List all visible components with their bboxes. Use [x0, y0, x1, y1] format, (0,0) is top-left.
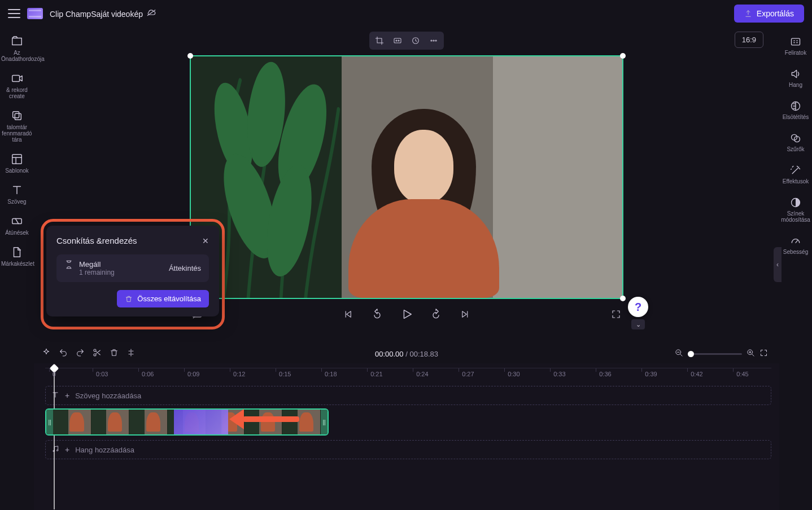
svg-point-9 [396, 40, 397, 41]
rail-library[interactable]: talomtár fennmaradó tára [1, 109, 33, 143]
undo-icon[interactable] [59, 348, 68, 359]
fit-icon[interactable] [390, 34, 405, 47]
pip-icon[interactable] [408, 34, 424, 47]
skip-start-icon[interactable] [340, 307, 355, 322]
rail-brandkit[interactable]: Márkakészlet [1, 246, 33, 267]
rail-effects[interactable]: Effektusok [783, 165, 809, 184]
popup-item[interactable]: Megáll 1 remaining Áttekintés [56, 254, 209, 282]
rail-captions[interactable]: Feliratok [785, 36, 806, 56]
magic-icon[interactable] [42, 348, 51, 359]
popup-title: Csonkítás &rendezés [56, 236, 137, 245]
hourglass-icon [64, 260, 73, 271]
svg-rect-8 [394, 38, 401, 43]
music-icon [51, 445, 59, 455]
text-icon [51, 391, 59, 401]
timeline[interactable]: 0 0:03 0:06 0:09 0:12 0:15 0:18 0:21 0:2… [34, 363, 779, 510]
play-icon[interactable] [399, 307, 414, 322]
svg-rect-4 [12, 155, 22, 164]
rail-text[interactable]: Szöveg [7, 184, 26, 205]
svg-rect-3 [15, 113, 21, 120]
delete-icon[interactable] [110, 348, 119, 359]
split-icon[interactable] [93, 348, 102, 359]
plus-icon: + [65, 445, 69, 454]
zoom-in-icon[interactable] [746, 349, 755, 359]
plus-icon: + [65, 391, 69, 400]
right-rail: Feliratok Hang Elsötétítés Szűrők Effekt… [779, 27, 812, 510]
svg-point-12 [431, 40, 432, 41]
rail-templates[interactable]: Sablonok [5, 153, 29, 174]
preview-toolstrip [369, 32, 444, 50]
svg-point-10 [398, 40, 399, 41]
rail-fade[interactable]: Elsötétítés [783, 100, 809, 120]
redo-icon[interactable] [76, 348, 85, 359]
time-readout: 00:00.00 / 00:18.83 [375, 350, 438, 358]
rail-speed[interactable]: Sebesség [783, 235, 808, 255]
ruler[interactable]: 0 0:03 0:06 0:09 0:12 0:15 0:18 0:21 0:2… [45, 368, 771, 381]
zoom-fit-icon[interactable] [759, 349, 768, 359]
rail-transitions[interactable]: Átúnések [5, 215, 29, 236]
svg-rect-1 [12, 76, 20, 82]
clip-left-handle[interactable]: || [46, 410, 53, 434]
handle-tl[interactable] [187, 53, 193, 59]
zoom-out-icon[interactable] [675, 349, 683, 359]
trim-popup: Csonkítás &rendezés ✕ Megáll 1 remaining… [46, 226, 219, 316]
forward-icon[interactable] [429, 307, 443, 322]
rail-record[interactable]: & rekord create [1, 72, 33, 99]
aspect-button[interactable]: 16:9 [735, 32, 763, 48]
fullscreen-icon[interactable] [609, 307, 623, 322]
preview-canvas[interactable] [190, 55, 623, 299]
svg-rect-2 [13, 112, 19, 118]
svg-point-13 [433, 40, 434, 41]
help-button[interactable]: ? [628, 297, 648, 317]
crop-icon[interactable] [372, 34, 387, 47]
svg-point-32 [56, 450, 58, 451]
menu-icon[interactable] [8, 9, 20, 18]
svg-point-14 [435, 40, 436, 41]
split-at-icon[interactable] [126, 348, 136, 359]
app-name: Clip Champ [50, 10, 91, 19]
cloud-off-icon [146, 9, 156, 19]
audio-lane[interactable]: + Hang hozzáadása [45, 440, 771, 459]
review-link[interactable]: Áttekintés [169, 264, 201, 272]
svg-line-28 [752, 354, 754, 356]
help-chevron-icon[interactable]: ⌄ [631, 319, 645, 329]
timeline-toolbar: 00:00.00 / 00:18.83 [34, 344, 779, 363]
transport-bar: ? ⌄ [190, 307, 623, 322]
rail-colors[interactable]: Színek módosítása [780, 197, 811, 223]
close-icon[interactable]: ✕ [202, 236, 209, 245]
collapse-right-icon[interactable]: ‹ [774, 247, 782, 282]
export-label: Exportálás [757, 9, 794, 18]
rail-audio[interactable]: Hang [789, 68, 802, 88]
zoom-slider[interactable] [688, 353, 742, 355]
clip-right-handle[interactable]: || [321, 410, 328, 434]
svg-rect-33 [791, 38, 800, 45]
export-button[interactable]: Exportálás [734, 5, 804, 23]
left-rail: Az Önadathordozója & rekord create talom… [0, 27, 34, 510]
preview-frame [191, 56, 622, 298]
pause-segment[interactable] [174, 410, 228, 434]
rail-filters[interactable]: Szűrők [787, 133, 804, 152]
text-lane[interactable]: + Szöveg hozzáadása [45, 386, 771, 405]
rail-media[interactable]: Az Önadathordozója [1, 35, 33, 62]
project-name[interactable]: Saját videokép [91, 10, 143, 19]
rewind-icon[interactable] [370, 307, 385, 322]
skip-end-icon[interactable] [458, 307, 473, 322]
handle-tr[interactable] [620, 53, 626, 59]
remove-all-button[interactable]: Összes eltávolítása [117, 290, 209, 307]
handle-br[interactable] [620, 296, 626, 301]
svg-line-25 [680, 354, 682, 356]
app-logo [27, 8, 43, 19]
more-icon[interactable] [426, 34, 442, 47]
annotation-arrow [229, 409, 299, 429]
